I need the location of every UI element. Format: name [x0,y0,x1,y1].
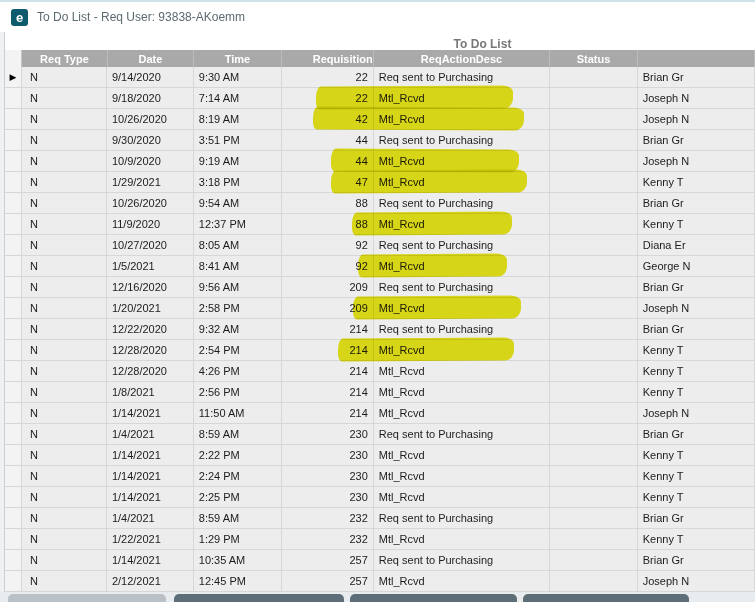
cell-date: 1/14/2021 [107,445,194,466]
cell-time: 8:41 AM [194,256,282,277]
cell-requisition: 214 [282,340,374,361]
cell-name: Kenny T [638,529,755,550]
grid-header-row: Req TypeDateTimeRequisitionReqActionDesc… [5,50,755,67]
row-selector[interactable] [5,361,22,382]
table-row[interactable]: N1/20/20212:58 PM209Mtl_RcvdJoseph N [5,298,755,319]
row-selector[interactable] [5,382,22,403]
row-selector[interactable] [5,151,22,172]
cell-time: 2:56 PM [194,382,282,403]
cell-requisition: 44 [282,130,374,151]
cell-req_type: N [22,193,107,214]
cell-req_type: N [22,151,107,172]
table-row[interactable]: N12/28/20204:26 PM214Mtl_RcvdKenny T [5,361,755,382]
table-row[interactable]: N1/14/202110:35 AM257Req sent to Purchas… [5,550,755,571]
cell-time: 2:22 PM [194,445,282,466]
cell-requisition: 214 [282,403,374,424]
cell-requisition: 42 [282,109,374,130]
table-row[interactable]: N1/14/20212:22 PM230Mtl_RcvdKenny T [5,445,755,466]
cell-req_type: N [22,235,107,256]
column-header-reqactiondesc[interactable]: ReqActionDesc [374,50,551,67]
row-selector[interactable] [5,319,22,340]
cell-status [550,361,638,382]
table-row[interactable]: N1/14/20212:25 PM230Mtl_RcvdKenny T [5,487,755,508]
row-selector[interactable] [5,172,22,193]
row-selector[interactable] [5,277,22,298]
row-selector[interactable] [5,298,22,319]
column-header-requisition[interactable]: Requisition [282,50,374,67]
table-row[interactable]: N1/14/202111:50 AM214Mtl_RcvdJoseph N [5,403,755,424]
row-selector[interactable]: ▶ [5,67,22,88]
cell-time: 8:05 AM [194,235,282,256]
table-row[interactable]: N10/27/20208:05 AM92Req sent to Purchasi… [5,235,755,256]
table-row[interactable]: ▶N9/14/20209:30 AM22Req sent to Purchasi… [5,67,755,88]
row-selector[interactable] [5,445,22,466]
table-row[interactable]: N10/26/20209:54 AM88Req sent to Purchasi… [5,193,755,214]
table-row[interactable]: N1/8/20212:56 PM214Mtl_RcvdKenny T [5,382,755,403]
row-selector[interactable] [5,487,22,508]
table-row[interactable]: N1/4/20218:59 AM230Req sent to Purchasin… [5,424,755,445]
cell-status [550,424,638,445]
cell-date: 1/14/2021 [107,403,194,424]
table-row[interactable]: N1/29/20213:18 PM47Mtl_RcvdKenny T [5,172,755,193]
table-row[interactable]: N12/28/20202:54 PM214Mtl_RcvdKenny T [5,340,755,361]
table-row[interactable]: N1/22/20211:29 PM232Mtl_RcvdKenny T [5,529,755,550]
cell-action: Mtl_Rcvd [374,151,550,172]
column-header-status[interactable]: Status [550,50,637,67]
table-row[interactable]: N11/9/202012:37 PM88Mtl_RcvdKenny T [5,214,755,235]
table-row[interactable]: N2/12/202112:45 PM257Mtl_RcvdJoseph N [5,571,755,592]
cell-date: 10/26/2020 [107,109,194,130]
cell-time: 3:18 PM [194,172,282,193]
bottom-button-1[interactable] [8,594,166,602]
table-row[interactable]: N1/14/20212:24 PM230Mtl_RcvdKenny T [5,466,755,487]
table-row[interactable]: N12/22/20209:32 AM214Req sent to Purchas… [5,319,755,340]
cell-requisition: 257 [282,571,374,592]
table-row[interactable]: N1/4/20218:59 AM232Req sent to Purchasin… [5,508,755,529]
row-selector[interactable] [5,235,22,256]
row-selector[interactable] [5,340,22,361]
cell-name: Joseph N [638,403,755,424]
cell-name: Joseph N [638,109,755,130]
row-selector[interactable] [5,550,22,571]
current-row-arrow-icon: ▶ [10,73,17,82]
grid-corner-cell [5,50,22,67]
cell-time: 3:51 PM [194,130,282,151]
row-selector[interactable] [5,424,22,445]
table-row[interactable]: N1/5/20218:41 AM92Mtl_RcvdGeorge N [5,256,755,277]
cell-requisition: 230 [282,487,374,508]
column-header-req-type[interactable]: Req Type [22,50,107,67]
table-row[interactable]: N9/18/20207:14 AM22Mtl_RcvdJoseph N [5,88,755,109]
row-selector[interactable] [5,508,22,529]
column-header-time[interactable]: Time [194,50,281,67]
cell-action: Req sent to Purchasing [374,424,550,445]
bottom-button-2[interactable] [174,594,344,602]
cell-action: Req sent to Purchasing [374,277,550,298]
cell-status [550,172,638,193]
cell-name: Brian Gr [638,277,755,298]
table-row[interactable]: N12/16/20209:56 AM209Req sent to Purchas… [5,277,755,298]
table-row[interactable]: N9/30/20203:51 PM44Req sent to Purchasin… [5,130,755,151]
row-selector[interactable] [5,214,22,235]
row-selector[interactable] [5,403,22,424]
cell-time: 11:50 AM [194,403,282,424]
bottom-button-4[interactable] [523,594,689,602]
row-selector[interactable] [5,571,22,592]
row-selector[interactable] [5,529,22,550]
cell-req_type: N [22,487,107,508]
cell-date: 1/14/2021 [107,487,194,508]
cell-date: 9/18/2020 [107,88,194,109]
table-row[interactable]: N10/26/20208:19 AM42Mtl_RcvdJoseph N [5,109,755,130]
row-selector[interactable] [5,256,22,277]
row-selector[interactable] [5,193,22,214]
cell-date: 10/9/2020 [107,151,194,172]
column-header-date[interactable]: Date [108,50,195,67]
column-header-blank[interactable] [638,50,755,67]
table-row[interactable]: N10/9/20209:19 AM44Mtl_RcvdJoseph N [5,151,755,172]
cell-time: 8:59 AM [194,508,282,529]
row-selector[interactable] [5,466,22,487]
cell-action: Mtl_Rcvd [374,529,550,550]
row-selector[interactable] [5,109,22,130]
row-selector[interactable] [5,88,22,109]
cell-requisition: 214 [282,319,374,340]
row-selector[interactable] [5,130,22,151]
bottom-button-3[interactable] [350,594,517,602]
